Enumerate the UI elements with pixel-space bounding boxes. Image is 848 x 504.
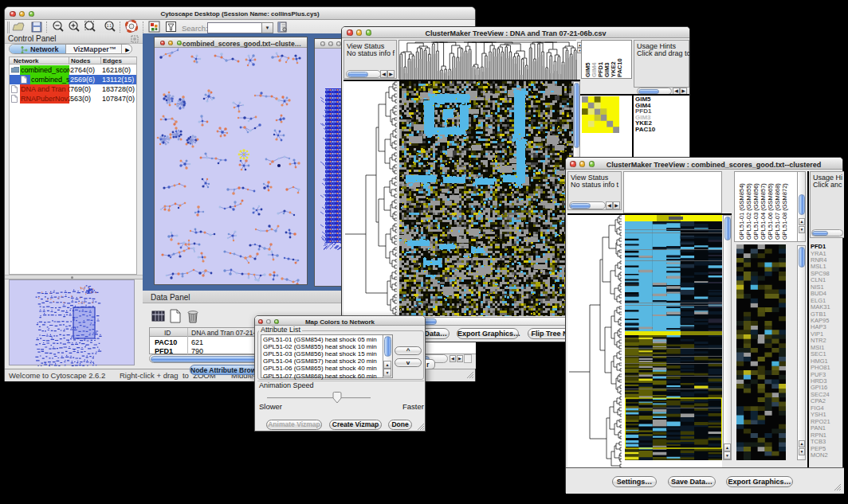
svg-text:1:1: 1:1: [107, 24, 112, 28]
